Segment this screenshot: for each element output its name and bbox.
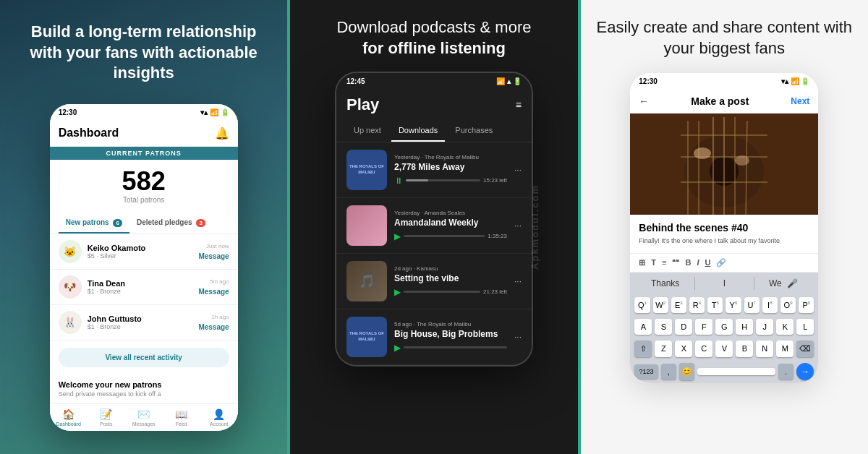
key-r[interactable]: R4 (689, 297, 705, 313)
play-icon-4[interactable]: ▶ (394, 343, 401, 353)
tab-deleted-pledges[interactable]: Deleted pledges 3 (129, 213, 213, 234)
key-shift[interactable]: ⇧ (634, 340, 652, 357)
time-left-3: 21:23 left (483, 288, 507, 295)
keyboard-row-2: A S D F G H J K L (630, 316, 818, 338)
keyboard-row-3: ⇧ Z X C V B N M ⌫ (630, 338, 818, 360)
podcast-menu-4[interactable]: ··· (514, 332, 522, 342)
key-backspace[interactable]: ⌫ (796, 340, 814, 357)
view-all-button[interactable]: View all recent activity (59, 348, 229, 367)
welcome-section: Welcome your new patrons Send private me… (50, 374, 238, 403)
patron-tier-2: $1 · Bronze (88, 288, 199, 295)
patron-avatar-1: 🐱 (59, 240, 82, 263)
nav-dashboard[interactable]: 🏠 Dashboard (50, 408, 88, 427)
status-bar-1: 12:30 ▾▴ 📶 🔋 (50, 104, 238, 121)
key-u[interactable]: U7 (744, 297, 760, 313)
podcast-meta-3: 2d ago · Kamasu (394, 265, 507, 272)
key-p[interactable]: P0 (799, 297, 814, 313)
tool-italic[interactable]: I (697, 258, 699, 267)
key-b[interactable]: B (736, 340, 753, 357)
key-h[interactable]: H (736, 319, 753, 335)
tool-image[interactable]: ⊞ (639, 258, 645, 267)
key-comma[interactable]: , (661, 364, 676, 380)
key-l[interactable]: L (796, 319, 814, 335)
key-g[interactable]: G (715, 319, 733, 335)
key-q[interactable]: Q1 (634, 297, 650, 313)
pause-icon[interactable]: ⏸ (394, 176, 403, 186)
phone-mockup-3: 12:30 ▾▴ 📶 🔋 ← Make a post Next (630, 73, 818, 383)
key-period[interactable]: . (778, 364, 793, 380)
podcast-meta-4: 5d ago · The Royals of Malibu (394, 321, 507, 327)
editor-toolbar: ⊞ T ≡ ❝❝ B I U 🔗 (630, 253, 818, 273)
suggestion-2[interactable]: I (695, 277, 754, 290)
progress-bar-3 (404, 291, 480, 293)
nav-messages[interactable]: ✉️ Messages (125, 408, 163, 427)
key-i[interactable]: I8 (762, 297, 778, 313)
key-emoji[interactable]: 😊 (679, 363, 694, 380)
patron-tabs: New patrons 6 Deleted pledges 3 (50, 213, 238, 234)
podcast-menu-3[interactable]: ··· (514, 276, 522, 286)
key-n[interactable]: N (756, 340, 773, 357)
nav-account[interactable]: 👤 Account (200, 408, 238, 427)
filter-icon[interactable]: ≡ (516, 99, 522, 111)
key-m[interactable]: M (776, 340, 793, 357)
tool-text[interactable]: T (651, 258, 656, 267)
key-d[interactable]: D (675, 319, 692, 335)
tool-underline[interactable]: U (705, 258, 710, 267)
key-y[interactable]: Y6 (726, 297, 741, 313)
nav-feed[interactable]: 📖 Feed (163, 408, 200, 427)
podcast-name-2: Amandaland Weekly (394, 218, 507, 228)
play-icon-3[interactable]: ▶ (394, 287, 401, 297)
podcast-thumb-4: THE ROYALS OF MALIBU (346, 317, 387, 357)
key-z[interactable]: Z (655, 340, 672, 357)
post-content: Behind the scenes #40 Finally! It's the … (630, 215, 818, 253)
tool-quote[interactable]: ❝❝ (672, 259, 679, 266)
patron-tier-1: $5 · Silver (88, 252, 199, 260)
podcast-menu-1[interactable]: ··· (514, 165, 522, 175)
key-v[interactable]: V (715, 340, 733, 357)
play-icon-2[interactable]: ▶ (394, 231, 401, 241)
podcast-progress-2: ▶ 1:35:23 (394, 231, 507, 241)
send-button[interactable]: → (796, 363, 814, 380)
key-space[interactable] (697, 368, 775, 375)
tab-badge-new: 6 (113, 219, 122, 227)
bell-icon[interactable]: 🔔 (215, 127, 229, 140)
key-k[interactable]: K (776, 319, 793, 335)
suggestion-1[interactable]: Thanks (636, 277, 695, 290)
next-button[interactable]: Next (791, 96, 809, 106)
podcast-name-3: Setting the vibe (394, 273, 507, 283)
key-c[interactable]: C (695, 340, 712, 357)
tool-align[interactable]: ≡ (662, 258, 666, 267)
key-f[interactable]: F (695, 319, 712, 335)
key-o[interactable]: O9 (780, 297, 796, 313)
key-s[interactable]: S (655, 319, 672, 335)
patron-action-3[interactable]: Message (198, 323, 229, 331)
back-button[interactable]: ← (639, 95, 649, 107)
key-w[interactable]: W2 (653, 297, 668, 313)
patron-tier-3: $1 · Bronze (88, 323, 199, 330)
tool-bold[interactable]: B (685, 258, 691, 267)
patrons-number: 582 (56, 168, 232, 194)
key-t[interactable]: T5 (707, 297, 723, 313)
patron-action-2[interactable]: Message (198, 288, 229, 296)
tab-new-patrons[interactable]: New patrons 6 (59, 213, 129, 234)
key-123[interactable]: ?123 (634, 364, 658, 379)
patron-avatar-2: 🐶 (59, 275, 82, 299)
keyboard-row-1: Q1 W2 E3 R4 T5 Y6 U7 I8 O9 P0 (630, 294, 818, 316)
nav-posts[interactable]: 📝 Posts (88, 408, 125, 427)
suggestion-3[interactable]: We 🎤 (754, 277, 813, 290)
tab-up-next[interactable]: Up next (346, 120, 388, 142)
key-e[interactable]: E3 (671, 297, 686, 313)
key-j[interactable]: J (756, 319, 773, 335)
time-left-2: 1:35:23 (488, 233, 507, 239)
welcome-title: Welcome your new patrons (59, 380, 229, 389)
status-time-3: 12:30 (639, 77, 658, 85)
key-x[interactable]: X (675, 340, 692, 357)
key-a[interactable]: A (634, 319, 652, 335)
patron-action-1[interactable]: Message (198, 252, 229, 260)
tab-purchases[interactable]: Purchases (448, 120, 500, 142)
tab-downloads[interactable]: Downloads (391, 120, 445, 142)
status-bar-3: 12:30 ▾▴ 📶 🔋 (630, 73, 818, 90)
tool-link[interactable]: 🔗 (716, 258, 726, 267)
tab-badge-deleted: 3 (196, 219, 205, 227)
podcast-menu-2[interactable]: ··· (514, 220, 522, 231)
